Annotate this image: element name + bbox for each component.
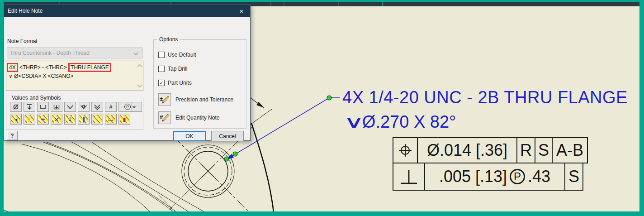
hole-note-line1[interactable]: 4X 1/4-20 UNC - 2B THRU FLANGE [342, 87, 628, 109]
hole-note-line2-text: Ø.270 X 82° [362, 111, 456, 133]
values-and-symbols-group: Values and Symbols [6, 98, 143, 130]
options-label: Options [157, 36, 180, 43]
hole-note-annotation[interactable]: 4X 1/4-20 UNC - 2B THRU FLANGE ∨ Ø.270 X… [342, 87, 628, 133]
number-symbol-button[interactable]: # [105, 102, 117, 112]
cancel-button[interactable]: Cancel [211, 131, 244, 141]
dialog-title: Edit Hole Note [8, 8, 237, 14]
edit-quantity-row: # Edit Quantity Note [158, 111, 219, 124]
projected-tolerance-icon: P [510, 169, 525, 184]
circled-p-icon: P [124, 104, 131, 110]
quantity-note-symbol-button[interactable]: P [118, 102, 142, 112]
symbol-button-row: # P [10, 102, 142, 112]
thread-button-row: ◂ ∕ + × ↓ ‖ ▭ ▮ [10, 114, 130, 125]
dropdown-split[interactable] [132, 102, 136, 111]
depth-symbol-button[interactable] [24, 102, 35, 112]
checkbox-label: Use Default [168, 52, 196, 58]
close-icon[interactable]: × [237, 7, 246, 15]
thread-profile-button[interactable] [91, 114, 103, 125]
text-caret [74, 73, 74, 79]
note-line1: 4X <THRP> - <THRC> THRU FLANGE [9, 63, 136, 72]
thread-section-button[interactable]: ▮ [118, 114, 130, 125]
fcf-tolerance-value: Ø.014 [.36] [417, 137, 517, 163]
chevron-down-icon [134, 51, 138, 55]
countersink-diameter-symbol-button[interactable] [78, 102, 90, 112]
values-and-symbols-label: Values and Symbols [10, 95, 63, 101]
thread-outline-button[interactable]: ▭ [105, 114, 117, 125]
checkbox-part-units[interactable]: ✓ Part Units [158, 80, 192, 86]
position-symbol-icon [393, 137, 418, 163]
counterbore-symbol-button[interactable] [37, 102, 49, 112]
fcf-perpendicularity[interactable]: .005 [.13] P .43 S [393, 163, 583, 191]
checkbox-tap-drill[interactable]: Tap Drill [158, 66, 187, 72]
thread-dimension-button[interactable]: + [37, 114, 49, 125]
fcf-datum: A-B [552, 137, 588, 163]
checkbox-use-default[interactable]: Use Default [158, 52, 196, 58]
annotation-box-quantity: 4X [7, 63, 18, 72]
thread-depth-button[interactable]: ↓ [64, 114, 76, 125]
fcf-position[interactable]: Ø.014 [.36] R S A-B [393, 137, 588, 163]
countersink-symbol-button[interactable] [64, 102, 76, 112]
help-button[interactable]: ? [7, 131, 18, 140]
checkbox-label: Tap Drill [168, 66, 187, 72]
options-group: Options Use Default Tap Drill ✓ Part Uni… [153, 39, 246, 129]
note-format-value: Thru Countersink - Depth Thread [10, 50, 134, 56]
checkbox-icon[interactable] [158, 52, 165, 58]
pencil-icon [159, 112, 171, 124]
note-format-label: Note Format [7, 38, 38, 44]
note-text-editor[interactable]: 4X <THRP> - <THRC> THRU FLANGE ∨ Ø<CSDIA… [6, 61, 143, 91]
precision-tolerance-button[interactable]: ± [158, 93, 171, 106]
ok-button[interactable]: OK [173, 131, 206, 141]
precision-tolerance-label: Precision and Tolerance [175, 96, 233, 103]
hole-note-line2[interactable]: ∨ Ø.270 X 82° [343, 111, 628, 133]
perpendicularity-symbol-icon [393, 163, 425, 191]
checkbox-label: Part Units [168, 80, 192, 86]
precision-tolerance-row: ± Precision and Tolerance [158, 93, 233, 106]
screenshot-stage: 4X 1/4-20 UNC - 2B THRU FLANGE ∨ Ø.270 X… [0, 0, 644, 216]
edit-hole-note-dialog: Edit Hole Note × Note Format Thru Counte… [4, 4, 251, 141]
edit-quantity-note-label: Edit Quantity Note [175, 115, 219, 121]
countersink-symbol: ∨ [343, 111, 365, 133]
scroll-down-icon[interactable] [137, 82, 142, 87]
diameter-symbol-button[interactable] [10, 102, 22, 112]
scroll-up-icon[interactable] [137, 64, 142, 69]
edit-quantity-note-button[interactable]: # [158, 111, 171, 124]
annotation-box-thru-flange: THRU FLANGE [68, 63, 111, 72]
fcf-datum: S [564, 163, 583, 191]
fcf-tolerance-value: .005 [.13] P .43 [424, 163, 565, 191]
counterbore-depth-symbol-button[interactable] [51, 102, 62, 112]
fcf-datum: S [535, 137, 553, 163]
thread-edit-button[interactable]: ∕ [24, 114, 35, 125]
dialog-titlebar[interactable]: Edit Hole Note × [4, 5, 250, 17]
note-line2: ∨ Ø<CSDIA> X <CSANG> [9, 72, 136, 81]
countersink-symbol: ∨ [9, 73, 13, 79]
countersink-depth-symbol-button[interactable] [91, 102, 103, 112]
pencil-icon [159, 94, 171, 106]
checkbox-icon[interactable] [158, 66, 165, 72]
note-format-dropdown[interactable]: Thru Countersink - Depth Thread [7, 48, 142, 58]
thread-insert-left-button[interactable]: ◂ [10, 114, 22, 125]
thread-full-button[interactable]: ‖ [78, 114, 90, 125]
fcf-datum: R [516, 137, 535, 163]
thread-delete-button[interactable]: × [51, 114, 62, 125]
checkbox-icon[interactable]: ✓ [158, 80, 165, 86]
